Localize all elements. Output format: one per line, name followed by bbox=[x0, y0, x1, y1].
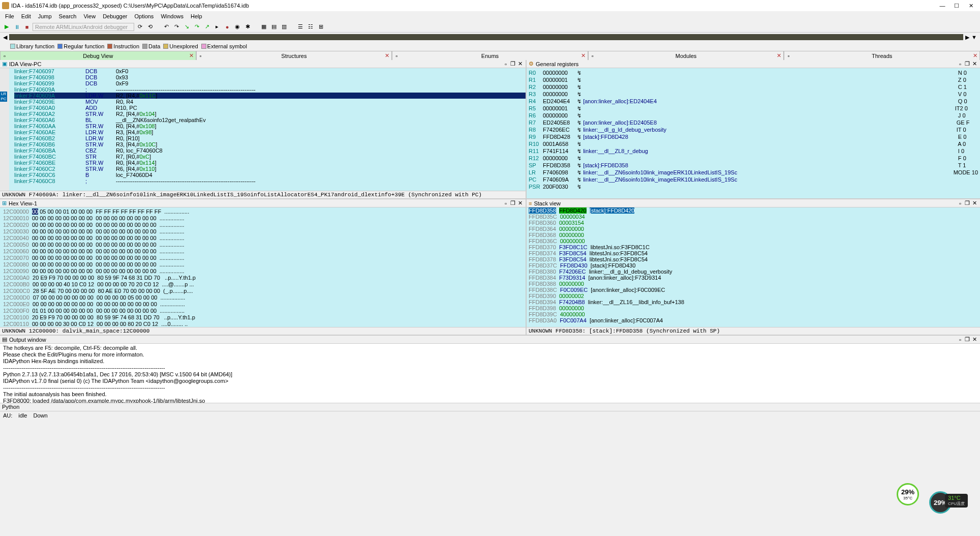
stack-row[interactable]: FFD8D35C 00000034 bbox=[529, 214, 978, 220]
hex-row[interactable]: 12C00110 00 00 00 00 30 00 C0 12 00 00 0… bbox=[3, 321, 523, 327]
hex-row[interactable]: 12C00010 00 00 00 00 00 00 00 00 00 00 0… bbox=[3, 215, 523, 222]
disasm-line[interactable]: linker:F7406098 DCB0x93 bbox=[14, 74, 526, 80]
navigation-bar[interactable] bbox=[9, 34, 963, 40]
hex-row[interactable]: 12C000B0 00 00 00 00 40 10 C0 12 00 00 0… bbox=[3, 281, 523, 288]
back-icon[interactable]: ↶ bbox=[162, 22, 171, 32]
tab-modules[interactable]: ▫Modules✕ bbox=[588, 51, 784, 60]
pane-restore-button[interactable]: ❐ bbox=[964, 336, 971, 343]
refresh-icon[interactable]: ⟳ bbox=[135, 22, 144, 32]
hex-row[interactable]: 12C00070 00 00 00 00 00 00 00 00 00 00 0… bbox=[3, 255, 523, 261]
step-out-icon[interactable]: ↗ bbox=[202, 22, 211, 32]
tab-close-icon[interactable]: ✕ bbox=[777, 52, 781, 59]
tab-close-icon[interactable]: ✕ bbox=[385, 52, 389, 59]
hex-row[interactable]: 12C000C0 28 5F AE 70 00 00 00 00 80 AE E… bbox=[3, 288, 523, 294]
hex-row[interactable]: 12C00000 00 05 00 00 01 00 00 00 FF FF F… bbox=[3, 209, 523, 215]
nav-left-icon[interactable]: ◀ bbox=[3, 34, 7, 41]
disasm-line[interactable]: linker:F740609A LDR.WR2, [R4,#0x11C] bbox=[14, 93, 526, 99]
stack-row[interactable]: FFD8D360 00003154 bbox=[529, 220, 978, 226]
stack-row[interactable]: FFD8D364 00000000 bbox=[529, 226, 978, 232]
menu-jump[interactable]: Jump bbox=[35, 12, 55, 20]
disasm-line[interactable]: linker:F74060C6 Bloc_F74060D4 bbox=[14, 172, 526, 178]
stack-row[interactable]: FFD8D388 00000000 bbox=[529, 281, 978, 287]
pane-close-button[interactable]: ✕ bbox=[971, 336, 978, 343]
menu-edit[interactable]: Edit bbox=[18, 12, 34, 20]
pane-close-button[interactable]: ✕ bbox=[971, 200, 978, 206]
win1-icon[interactable]: ▦ bbox=[259, 22, 268, 32]
stack-row[interactable]: FFD8D37C FFD8D430 [stack]:FFD8D430 bbox=[529, 262, 978, 269]
tab-close-icon[interactable]: ✕ bbox=[581, 52, 586, 59]
register-row[interactable]: SP FFD8D358 ↯ [stack]:FFD8D358 bbox=[529, 162, 978, 169]
pane-dock-button[interactable]: ▫ bbox=[957, 337, 964, 343]
hex-row[interactable]: 12C00050 00 00 00 00 00 00 00 00 00 00 0… bbox=[3, 242, 523, 248]
step-into-icon[interactable]: ↘ bbox=[182, 22, 191, 32]
register-row[interactable]: PC F740609A ↯ linker:__dl__ZN6soinfo10li… bbox=[529, 176, 978, 183]
window-minimize-button[interactable]: — bbox=[935, 3, 950, 9]
hex-row[interactable]: 12C000A0 20 E9 F9 70 00 00 00 00 80 59 9… bbox=[3, 275, 523, 281]
hex-row[interactable]: 12C00080 00 00 00 00 00 00 00 00 00 00 0… bbox=[3, 261, 523, 268]
nav-right-icon[interactable]: ▶ bbox=[965, 34, 969, 41]
disasm-line[interactable]: linker:F74060BC STRR7, [R0,#0xC] bbox=[14, 154, 526, 160]
pane-close-button[interactable]: ✕ bbox=[971, 61, 978, 67]
stack-view[interactable]: FFD8D358 FFD8D420 [stack]:FFD8D420FFD8D3… bbox=[527, 207, 980, 327]
debugger-selector[interactable]: Remote ARMLinux/Android debugger bbox=[33, 23, 134, 31]
disasm-line[interactable]: linker:F74060C8 ;-----------------------… bbox=[14, 178, 526, 184]
disasm-line[interactable]: linker:F740609A ;-----------------------… bbox=[14, 86, 526, 93]
register-row[interactable]: R12 00000000 ↯ bbox=[529, 155, 978, 162]
hex-row[interactable]: 12C00030 00 00 00 00 00 00 00 00 00 00 0… bbox=[3, 228, 523, 235]
stack-row[interactable]: FFD8D378 F3FD8C54 libtestJni.so:F3FD8C54 bbox=[529, 256, 978, 262]
register-row[interactable]: R8 F74206EC ↯ linker:__dl_g_ld_debug_ver… bbox=[529, 126, 978, 133]
window-maximize-button[interactable]: ☐ bbox=[950, 3, 964, 9]
python-input[interactable]: Python bbox=[0, 403, 980, 411]
pane-dock-button[interactable]: ▫ bbox=[957, 61, 964, 67]
hex-row[interactable]: 12C00100 20 E9 F9 70 00 00 00 00 80 59 9… bbox=[3, 314, 523, 321]
hex-row[interactable]: 12C000E0 00 00 00 00 00 00 00 00 00 00 0… bbox=[3, 301, 523, 308]
tab-debug-view[interactable]: ▫Debug View✕ bbox=[0, 51, 196, 60]
win2-icon[interactable]: ▤ bbox=[269, 22, 279, 32]
disasm-line[interactable]: linker:F74060AA STR.WR0, [R4,#0x108] bbox=[14, 123, 526, 129]
disasm-line[interactable]: linker:F74060A0 ADDR10, PC bbox=[14, 105, 526, 111]
stack-row[interactable]: FFD8D38C F0C009EC [anon:linker_alloc]:F0… bbox=[529, 287, 978, 293]
stack-row[interactable]: FFD8D374 F3FD8C54 libtestJni.so:F3FD8C54 bbox=[529, 250, 978, 256]
hex1-icon[interactable]: ☰ bbox=[296, 22, 305, 32]
register-row[interactable]: R5 00000001 ↯ bbox=[529, 105, 978, 112]
stack-row[interactable]: FFD8D358 FFD8D420 [stack]:FFD8D420 bbox=[529, 207, 978, 214]
stack-row[interactable]: FFD8D368 00000000 bbox=[529, 232, 978, 238]
menu-windows[interactable]: Windows bbox=[158, 12, 187, 20]
trace-icon[interactable]: ✱ bbox=[243, 22, 252, 32]
register-row[interactable]: LR F7406098 ↯ linker:__dl__ZN6soinfo10li… bbox=[529, 169, 978, 176]
refresh2-icon[interactable]: ⟲ bbox=[145, 22, 155, 32]
register-row[interactable]: R11 F741F114 ↯ linker:__dl__ZL8_r_debug bbox=[529, 147, 978, 155]
disasm-line[interactable]: linker:F7406097 DCB0xF0 bbox=[14, 68, 526, 74]
hex-row[interactable]: 12C000F0 01 01 00 00 00 00 00 00 00 00 0… bbox=[3, 308, 523, 314]
register-row[interactable]: R4 ED2404E4 ↯ [anon:linker_alloc]:ED2404… bbox=[529, 98, 978, 105]
pause-button[interactable]: ⏸ bbox=[12, 22, 21, 32]
stack-row[interactable]: FFD8D3A0 F0C007A4 [anon:linker_alloc]:F0… bbox=[529, 317, 978, 323]
menu-options[interactable]: Options bbox=[131, 12, 157, 20]
hex-row[interactable]: 12C00040 00 00 00 00 00 00 00 00 00 00 0… bbox=[3, 235, 523, 242]
hex-row[interactable]: 12C00090 00 00 00 00 00 00 00 00 00 00 0… bbox=[3, 268, 523, 275]
ram-widget[interactable]: 29%35°C bbox=[897, 483, 919, 505]
disasm-line[interactable]: linker:F74060B2 LDR.WR0, [R10] bbox=[14, 135, 526, 141]
menu-search[interactable]: Search bbox=[56, 12, 80, 20]
stack-row[interactable]: FFD8D39C 40000000 bbox=[529, 311, 978, 317]
register-row[interactable]: R9 FFD8D428 ↯ [stack]:FFD8D428 bbox=[529, 133, 978, 140]
disasm-line[interactable]: linker:F74060AE LDR.WR3, [R4,#0x98] bbox=[14, 129, 526, 135]
window-close-button[interactable]: ✕ bbox=[964, 3, 978, 9]
pane-restore-button[interactable]: ❐ bbox=[964, 200, 971, 206]
pane-dock-button[interactable]: ▫ bbox=[502, 61, 509, 67]
register-row[interactable]: R2 00000000 ↯ bbox=[529, 83, 978, 91]
pane-restore-button[interactable]: ❐ bbox=[964, 61, 971, 67]
register-row[interactable]: R10 0001A658 ↯ bbox=[529, 140, 978, 147]
register-row[interactable]: R7 ED2405E8 ↯ [anon:linker_alloc]:ED2405… bbox=[529, 119, 978, 126]
pane-close-button[interactable]: ✕ bbox=[516, 200, 524, 206]
stop-button[interactable]: ■ bbox=[22, 22, 32, 32]
disasm-line[interactable]: linker:F74060A6 BL__dl__ZNK6soinfo12get_… bbox=[14, 117, 526, 123]
register-row[interactable]: R1 00000001 ↯ bbox=[529, 76, 978, 83]
pane-dock-button[interactable]: ▫ bbox=[957, 200, 964, 206]
hex-view[interactable]: 12C00000 00 05 00 00 01 00 00 00 FF FF F… bbox=[0, 207, 526, 327]
menu-debugger[interactable]: Debugger bbox=[100, 12, 130, 20]
disasm-line[interactable]: linker:F74060A2 STR.WR2, [R4,#0x104] bbox=[14, 111, 526, 117]
tab-enums[interactable]: ▫Enums✕ bbox=[392, 51, 588, 60]
step-over-icon[interactable]: ↷ bbox=[192, 22, 201, 32]
stack-row[interactable]: FFD8D394 F74204B8 linker:__dl__ZL16__lib… bbox=[529, 299, 978, 305]
